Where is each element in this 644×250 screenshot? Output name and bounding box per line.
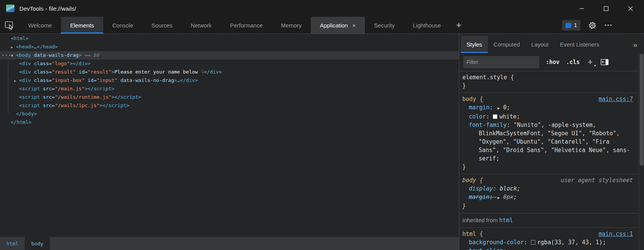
dom-token-attr: id=	[76, 69, 88, 75]
new-style-rule-button[interactable]: +	[586, 57, 594, 67]
sidebar-tab-styles[interactable]: Styles	[461, 36, 488, 53]
tab-application[interactable]: Application×	[311, 17, 365, 34]
tab-lighthouse[interactable]: Lighthouse	[404, 17, 450, 34]
tab-welcome[interactable]: Welcome	[19, 17, 61, 34]
indent-guide	[8, 59, 8, 114]
css-property-margin[interactable]: margin: ▶ 0;	[462, 103, 633, 112]
css-property-font-family[interactable]: font-family: "Nunito", -apple-system, Bl…	[462, 121, 633, 163]
minimize-button[interactable]	[569, 0, 594, 17]
devtools-toolbar: WelcomeElementsConsoleSourcesNetworkPerf…	[0, 17, 644, 34]
css-property-color[interactable]: color: white;	[462, 112, 633, 121]
dom-token-dots: …	[177, 77, 180, 83]
rule-selector[interactable]: body {	[462, 95, 483, 103]
tab-label: Security	[374, 22, 395, 29]
collapsed-arrow-icon[interactable]: ▶	[14, 77, 19, 85]
css-property-display[interactable]: display: block;	[462, 184, 633, 193]
class-toggle[interactable]: .cls	[566, 59, 580, 66]
color-swatch[interactable]	[493, 114, 497, 119]
dom-row[interactable]: <script src="/main.js"></script>	[0, 85, 459, 93]
dom-row[interactable]: </html>	[0, 118, 459, 127]
tab-label: Network	[191, 22, 212, 29]
property-colon: :	[486, 113, 493, 120]
property-name: background-color	[469, 239, 524, 246]
dom-token-tag: ></script>	[99, 103, 129, 108]
dom-token-attr: id=	[85, 77, 96, 83]
color-swatch[interactable]	[531, 240, 535, 245]
more-tabs-button[interactable]: +	[450, 17, 468, 34]
dom-token-value: "logo"	[52, 61, 70, 66]
issues-count: 1	[574, 22, 577, 28]
dom-row[interactable]: <div class="result" id="result">Please e…	[0, 68, 459, 76]
property-name: margin	[469, 194, 489, 200]
tab-label: Lighthouse	[413, 22, 441, 29]
breadcrumb-item-html[interactable]: html	[0, 237, 25, 250]
css-property-text-align[interactable]: text-align:	[462, 247, 633, 250]
dom-row[interactable]: <html>	[0, 34, 459, 43]
toolbar-right-controls: 1	[562, 17, 644, 34]
style-rule-body: body {user agent stylesheetdisplay: bloc…	[459, 174, 638, 213]
rule-selector[interactable]: body {	[462, 176, 483, 184]
dom-token-dots: …	[34, 44, 37, 50]
dom-row[interactable]: <div class="logo"></div>	[0, 59, 459, 68]
sidebar-tab-computed[interactable]: Computed	[488, 36, 526, 53]
dom-token-tag: <div	[19, 61, 31, 66]
tab-sources[interactable]: Sources	[142, 17, 182, 34]
dom-token-tag: </div>	[180, 77, 198, 83]
stylesheet-link[interactable]: main.css:1	[599, 231, 633, 237]
inspect-element-button[interactable]	[0, 17, 19, 34]
dom-row[interactable]: ▶<div class="input-box" id="input" data-…	[0, 76, 459, 85]
expand-arrow-icon[interactable]: ▶	[496, 106, 503, 110]
settings-button[interactable]	[588, 21, 597, 30]
styles-scrollbar[interactable]	[639, 53, 644, 250]
dom-row[interactable]: <script src="/wails/runtime.js"></script…	[0, 93, 459, 101]
issues-counter[interactable]: 1	[562, 20, 580, 30]
tab-elements[interactable]: Elements	[61, 17, 103, 34]
dom-row[interactable]: <script src="/wails/ipc.js"></script>	[0, 101, 459, 110]
sidebar-tab-event-listeners[interactable]: Event Listeners	[554, 36, 605, 53]
main-split: <html>▶<head>…</head>···▼<body data-wail…	[0, 34, 644, 250]
dom-token-attr: src=	[40, 86, 55, 91]
collapsed-arrow-icon[interactable]: ▶	[11, 43, 16, 51]
tab-label: Elements	[70, 22, 94, 29]
property-value: 8px	[503, 194, 513, 200]
scrollbar-thumb[interactable]	[640, 54, 644, 166]
stylesheet-link[interactable]: main.css:7	[599, 96, 633, 103]
dom-row[interactable]: ▶<head>…</head>	[0, 43, 459, 51]
tab-console[interactable]: Console	[103, 17, 142, 34]
inherited-target-link[interactable]: html	[499, 217, 513, 224]
rule-selector[interactable]: html {	[462, 230, 483, 238]
expand-arrow-icon[interactable]: ▶	[496, 196, 503, 200]
tab-close-icon[interactable]: ×	[352, 22, 356, 29]
tab-label: Memory	[281, 22, 302, 29]
css-property-margin[interactable]: margin: ▶ 8px;	[462, 193, 633, 202]
property-value: block	[500, 185, 517, 192]
pseudo-state-toggle[interactable]: :hov	[546, 59, 559, 66]
overflow-dots-icon[interactable]: ···	[2, 51, 11, 59]
expanded-arrow-icon[interactable]: ▼	[11, 51, 16, 60]
tab-performance[interactable]: Performance	[221, 17, 272, 34]
maximize-icon	[604, 6, 609, 11]
dom-token-tag: <script	[19, 94, 40, 100]
rule-selector[interactable]: element.style {	[462, 73, 514, 82]
sidebar-tab-layout[interactable]: Layout	[526, 36, 554, 53]
computed-sidebar-toggle-button[interactable]	[601, 59, 609, 65]
dom-token-attr: class=	[31, 77, 52, 83]
css-property-background-color[interactable]: background-color: rgba(33, 37, 43, 1);	[462, 238, 633, 247]
tab-network[interactable]: Network	[182, 17, 221, 34]
more-options-button[interactable]	[604, 24, 612, 26]
close-window-button[interactable]	[618, 0, 642, 17]
breadcrumb-item-body[interactable]: body	[25, 237, 50, 250]
property-colon: :	[524, 239, 531, 246]
property-semicolon: ;	[513, 194, 517, 200]
rule-source: main.css:1	[599, 230, 633, 238]
styles-filter-input[interactable]	[463, 56, 539, 68]
sidebar-overflow-button[interactable]: »	[633, 41, 644, 53]
tab-memory[interactable]: Memory	[272, 17, 311, 34]
dom-row[interactable]: </body>	[0, 110, 459, 118]
dom-token-tag: <div	[19, 69, 31, 75]
tab-security[interactable]: Security	[365, 17, 404, 34]
maximize-button[interactable]	[594, 0, 618, 17]
dom-token-attr: src=	[40, 94, 55, 100]
dom-row[interactable]: ···▼<body data-wails-drag> == $0	[0, 51, 459, 59]
dom-token-tag: ></script>	[85, 86, 114, 91]
